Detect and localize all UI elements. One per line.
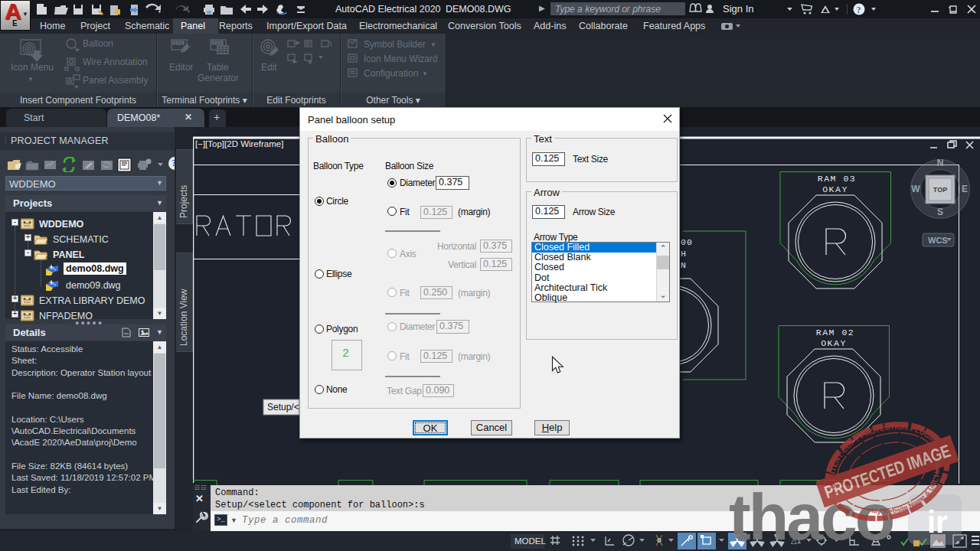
svg-text:Table: Table: [207, 62, 229, 73]
svg-text:E: E: [962, 184, 968, 194]
svg-text:N: N: [681, 260, 687, 270]
svg-text:Panel Assembly: Panel Assembly: [83, 75, 148, 86]
svg-text:Icon Menu Wizard: Icon Menu Wizard: [364, 54, 438, 64]
svg-text:▼: ▼: [422, 70, 428, 77]
svg-text:[−][Top][2D Wireframe]: [−][Top][2D Wireframe]: [195, 139, 283, 148]
svg-text:Wire Annotation: Wire Annotation: [83, 57, 148, 67]
svg-text:W: W: [911, 184, 920, 194]
svg-text:RAM 03: RAM 03: [818, 174, 856, 184]
svg-text:H: H: [681, 249, 687, 259]
svg-text:WCS: WCS: [928, 236, 948, 245]
svg-text:RAM 02: RAM 02: [816, 328, 854, 337]
svg-text:?: ?: [857, 5, 861, 15]
svg-text:Generator: Generator: [198, 73, 239, 83]
svg-text:Edit: Edit: [261, 62, 277, 73]
svg-text:▼: ▼: [28, 76, 34, 83]
svg-text:Icon Menu: Icon Menu: [11, 62, 54, 73]
svg-text:00: 00: [681, 237, 693, 247]
svg-text:Configuration: Configuration: [364, 68, 418, 79]
svg-text:△1: △1: [791, 536, 802, 545]
svg-text:Balloon: Balloon: [83, 38, 113, 49]
svg-text:OKAY: OKAY: [821, 338, 847, 348]
svg-text:Sign In: Sign In: [723, 3, 753, 15]
svg-text:TOP: TOP: [933, 186, 947, 194]
svg-text:Symbol Builder: Symbol Builder: [364, 39, 426, 50]
svg-text:OKAY: OKAY: [822, 184, 848, 194]
svg-text:N: N: [937, 158, 944, 168]
svg-text:S: S: [937, 207, 943, 217]
svg-text:▼: ▼: [430, 41, 436, 48]
svg-text:Editor: Editor: [169, 62, 193, 73]
svg-text:Setup/<: Setup/<: [267, 402, 299, 412]
